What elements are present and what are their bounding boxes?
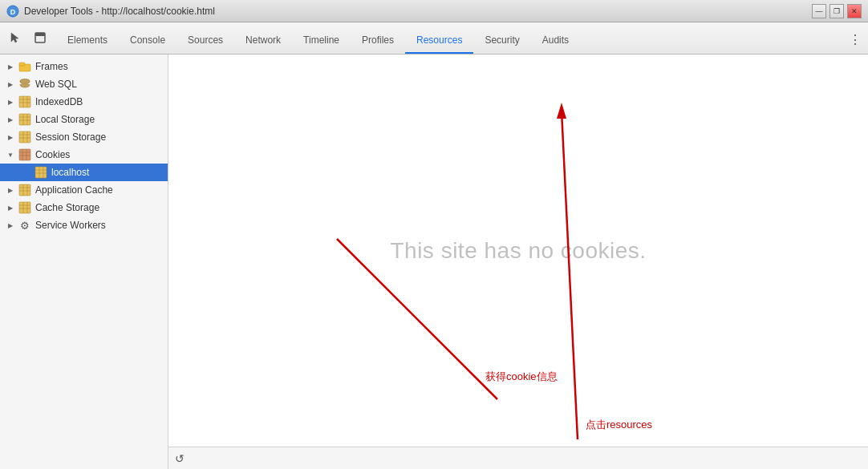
sidebar-label-service-workers: Service Workers: [35, 220, 106, 231]
title-bar: D Developer Tools - http://localhost/coo…: [0, 0, 868, 22]
sidebar: FramesWeb SQL IndexedDB Local Storage Se…: [0, 55, 168, 469]
svg-rect-8: [19, 96, 30, 107]
content-footer: ↺: [168, 447, 868, 469]
svg-rect-28: [35, 167, 47, 178]
expand-triangle-service-workers: [6, 221, 14, 229]
sidebar-item-appcache[interactable]: Application Cache: [0, 181, 168, 199]
expand-triangle-indexeddb: [6, 98, 14, 106]
sidebar-icon-service-workers: ⚙: [18, 219, 31, 232]
sidebar-item-local-storage[interactable]: Local Storage: [0, 111, 168, 128]
svg-text:⚙: ⚙: [20, 220, 30, 232]
sidebar-label-localhost: localhost: [51, 167, 89, 178]
tab-resources[interactable]: Resources: [405, 28, 473, 54]
sidebar-label-indexeddb: IndexedDB: [35, 96, 83, 107]
sidebar-item-indexeddb[interactable]: IndexedDB: [0, 93, 168, 111]
sidebar-label-cache-storage: Cache Storage: [35, 202, 99, 213]
sidebar-item-localhost[interactable]: localhost: [0, 164, 168, 181]
sidebar-item-service-workers[interactable]: ⚙Service Workers: [0, 216, 168, 234]
svg-marker-45: [557, 103, 566, 119]
window-title: Developer Tools - http://localhost/cooki…: [24, 6, 215, 17]
svg-rect-33: [19, 184, 30, 196]
tab-elements[interactable]: Elements: [56, 28, 119, 54]
expand-triangle-frames: [6, 63, 14, 71]
tab-audits[interactable]: Audits: [531, 28, 580, 54]
sidebar-icon-indexeddb: [18, 95, 31, 108]
sidebar-icon-frames: [18, 60, 31, 73]
svg-text:D: D: [10, 8, 16, 16]
expand-triangle-session-storage: [6, 133, 14, 141]
expand-triangle-appcache: [6, 186, 14, 194]
sidebar-item-cookies[interactable]: Cookies: [0, 146, 168, 164]
refresh-icon[interactable]: ↺: [175, 452, 185, 465]
svg-rect-18: [19, 131, 30, 143]
dock-icon-btn[interactable]: [30, 28, 50, 47]
devtools-icon: D: [6, 5, 19, 18]
get-cookie-label: 获得cookie信息: [485, 370, 558, 384]
tab-network[interactable]: Network: [234, 28, 292, 54]
close-button[interactable]: ✕: [847, 4, 862, 18]
svg-marker-2: [11, 33, 18, 42]
tab-sources[interactable]: Sources: [176, 28, 234, 54]
sidebar-label-appcache: Application Cache: [35, 184, 113, 196]
svg-rect-13: [19, 114, 30, 125]
expand-triangle-cache-storage: [6, 204, 14, 212]
svg-rect-6: [19, 63, 25, 66]
svg-line-44: [562, 111, 578, 439]
toolbar-icons: [3, 28, 56, 54]
sidebar-label-session-storage: Session Storage: [35, 131, 106, 143]
svg-rect-4: [35, 33, 45, 36]
sidebar-label-frames: Frames: [35, 61, 68, 72]
svg-rect-38: [19, 202, 30, 213]
more-button[interactable]: ⋮: [842, 32, 868, 54]
tab-console[interactable]: Console: [119, 28, 176, 54]
svg-rect-23: [19, 149, 30, 160]
sidebar-label-cookies: Cookies: [35, 149, 70, 160]
content-area: This site has no cookies. 获得cookie信息 点击r…: [168, 55, 868, 469]
cursor-icon-btn[interactable]: [6, 28, 26, 47]
expand-triangle-local-storage: [6, 115, 14, 123]
expand-triangle-cookies: [6, 151, 14, 159]
title-bar-left: D Developer Tools - http://localhost/coo…: [6, 5, 215, 18]
sidebar-item-cache-storage[interactable]: Cache Storage: [0, 199, 168, 216]
sidebar-icon-cookies: [18, 148, 31, 161]
tab-profiles[interactable]: Profiles: [351, 28, 405, 54]
sidebar-icon-cache-storage: [18, 201, 31, 214]
dock-icon: [34, 31, 47, 44]
sidebar-label-local-storage: Local Storage: [35, 114, 95, 125]
sidebar-icon-websql: [18, 78, 31, 91]
no-cookies-message: This site has no cookies.: [390, 238, 646, 264]
minimize-button[interactable]: —: [812, 4, 826, 18]
sidebar-icon-appcache: [18, 184, 31, 196]
sidebar-icon-local-storage: [18, 113, 31, 126]
content-main: This site has no cookies. 获得cookie信息 点击r…: [168, 55, 868, 447]
restore-button[interactable]: ❐: [829, 4, 844, 18]
click-resources-label: 点击resources: [586, 418, 652, 432]
window-controls: — ❐ ✕: [812, 4, 862, 18]
tabs-list: ElementsConsoleSourcesNetworkTimelinePro…: [56, 28, 842, 54]
sidebar-item-session-storage[interactable]: Session Storage: [0, 128, 168, 146]
tab-timeline[interactable]: Timeline: [292, 28, 351, 54]
cursor-icon: [10, 31, 22, 44]
sidebar-item-frames[interactable]: Frames: [0, 58, 168, 75]
toolbar: ElementsConsoleSourcesNetworkTimelinePro…: [0, 22, 868, 55]
sidebar-item-websql[interactable]: Web SQL: [0, 75, 168, 93]
sidebar-label-websql: Web SQL: [35, 79, 77, 90]
sidebar-icon-localhost: [34, 166, 47, 179]
sidebar-icon-session-storage: [18, 131, 31, 144]
main-area: FramesWeb SQL IndexedDB Local Storage Se…: [0, 55, 868, 469]
tab-security[interactable]: Security: [473, 28, 530, 54]
expand-triangle-websql: [6, 80, 14, 88]
